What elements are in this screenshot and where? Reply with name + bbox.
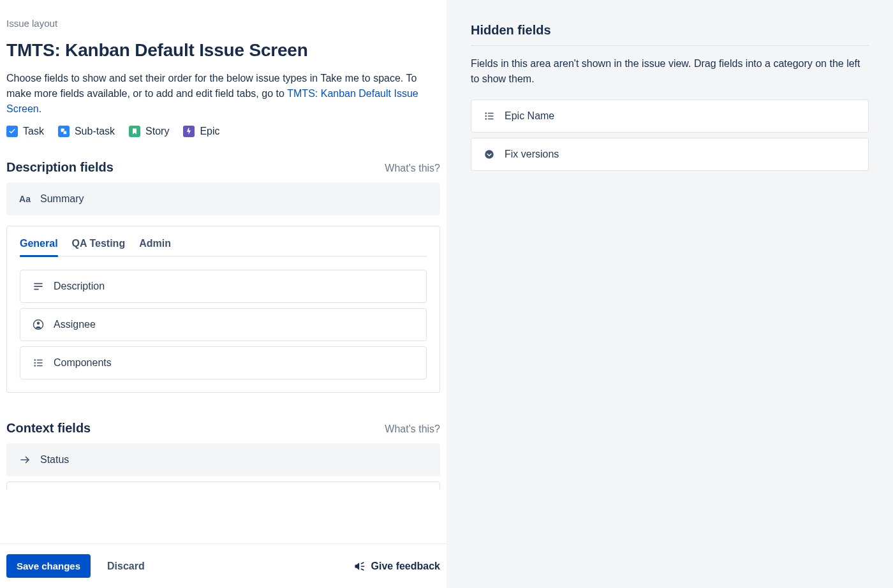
svg-point-24 [485,150,494,159]
field-status[interactable]: Status [6,443,440,476]
divider [471,45,869,46]
intro-text: Choose fields to show and set their orde… [6,71,427,117]
svg-point-9 [34,362,36,364]
list-icon [483,110,496,122]
breadcrumb[interactable]: Issue layout [6,18,440,29]
task-icon [6,126,18,137]
field-label: Epic Name [505,110,554,122]
save-button[interactable]: Save changes [6,554,91,578]
issue-type-label: Sub-task [75,126,115,137]
intro-suffix: . [39,103,41,114]
field-label: Summary [40,193,84,205]
tab-general[interactable]: General [20,238,58,256]
svg-rect-2 [34,283,43,284]
field-assignee[interactable]: Assignee [20,308,427,341]
issue-type-task: Task [6,126,44,137]
arrow-right-icon [18,453,31,466]
subtask-icon [58,126,70,137]
issue-type-subtask: Sub-task [58,126,115,137]
discard-button[interactable]: Discard [103,560,149,573]
footer-bar: Save changes Discard Give feedback [0,543,447,588]
field-label: Components [54,357,112,369]
chevron-down-circle-icon [483,148,496,161]
issue-type-label: Task [23,126,44,137]
context-section-title: Context fields [6,421,91,436]
text-style-icon: Aa [18,193,31,205]
issue-type-label: Story [145,126,169,137]
hidden-fields-description: Fields in this area aren't shown in the … [471,56,869,87]
description-section-title: Description fields [6,160,114,175]
svg-point-7 [34,359,36,360]
page-root: Issue layout TMTS: Kanban Default Issue … [0,0,893,588]
svg-rect-23 [488,119,494,120]
hidden-field-list: Epic Name Fix versions [471,99,869,171]
svg-point-20 [485,115,487,117]
svg-rect-12 [37,365,43,367]
svg-rect-10 [37,362,43,364]
field-label: Status [40,454,69,466]
tab-panel: General QA Testing Admin Description Ass… [6,226,440,393]
issue-type-label: Epic [200,126,219,137]
hidden-field-fix-versions[interactable]: Fix versions [471,138,869,171]
left-column: Issue layout TMTS: Kanban Default Issue … [0,0,447,588]
svg-rect-4 [34,289,39,290]
svg-point-18 [485,112,487,114]
tab-list: General QA Testing Admin [20,238,427,257]
field-description[interactable]: Description [20,270,427,303]
list-icon [32,356,45,369]
issue-type-row: Task Sub-task Story Epic [6,126,440,137]
context-field-list: Status Notes Reporter [6,443,440,490]
story-icon [129,126,140,137]
field-notes[interactable]: Notes [6,481,440,490]
field-label: Description [54,281,105,292]
svg-rect-8 [37,360,43,361]
issue-type-story: Story [129,126,169,137]
svg-rect-21 [488,115,494,117]
epic-icon [183,126,195,137]
hidden-fields-title: Hidden fields [471,23,869,38]
issue-type-epic: Epic [183,126,219,137]
svg-point-22 [485,118,487,119]
svg-rect-3 [34,286,43,287]
field-label: Assignee [54,319,96,330]
field-label: Fix versions [505,149,559,160]
field-summary[interactable]: Aa Summary [6,182,440,216]
context-section-header: Context fields What's this? [6,421,440,436]
hidden-field-epic-name[interactable]: Epic Name [471,99,869,133]
hidden-fields-panel: Hidden fields Fields in this area aren't… [447,0,893,588]
megaphone-icon [353,560,366,573]
person-icon [32,318,45,331]
tab-admin[interactable]: Admin [139,238,171,256]
whats-this-description[interactable]: What's this? [385,163,440,174]
whats-this-context[interactable]: What's this? [385,423,440,435]
give-feedback-button[interactable]: Give feedback [353,560,441,573]
svg-rect-1 [63,131,66,134]
paragraph-icon [32,280,45,293]
tab-qa-testing[interactable]: QA Testing [72,238,126,256]
page-title: TMTS: Kanban Default Issue Screen [6,40,440,61]
svg-rect-19 [488,113,494,114]
give-feedback-label: Give feedback [371,561,441,572]
general-field-list: Description Assignee Components [20,270,427,379]
field-components[interactable]: Components [20,346,427,379]
svg-point-11 [34,365,36,366]
scroll-region: Issue layout TMTS: Kanban Default Issue … [6,18,440,490]
svg-point-6 [37,322,40,325]
description-section-header: Description fields What's this? [6,160,440,175]
